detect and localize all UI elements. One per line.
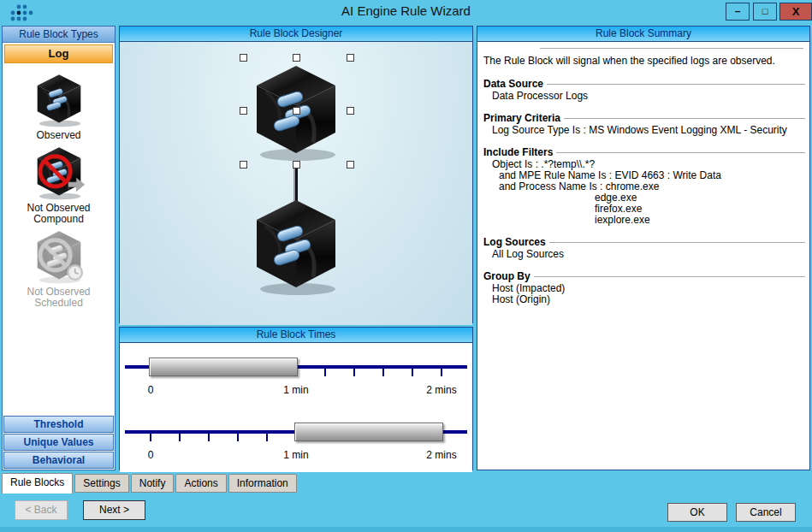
summary-line: edge.exe	[483, 192, 805, 204]
tab-rule-blocks[interactable]: Rule Blocks	[2, 473, 73, 494]
category-button-behavioral[interactable]: Behavioral	[3, 452, 114, 469]
back-button: < Back	[15, 500, 68, 520]
summary-section-divider	[564, 118, 805, 119]
summary-section-primary-criteria: Primary CriteriaLog Source Type Is : MS …	[483, 112, 805, 136]
slider-axis-label: 0	[148, 449, 154, 461]
time-range-bar[interactable]	[294, 423, 443, 441]
time-slider-rule-block-1-time: 01 min2 mins	[120, 358, 472, 402]
rule-block-times-panel: Rule Block Times 01 min2 mins01 min2 min…	[119, 327, 473, 470]
tab-actions[interactable]: Actions	[175, 474, 226, 493]
time-slider-rule-block-2-time: 01 min2 mins	[120, 423, 472, 467]
time-range-bar[interactable]	[149, 358, 298, 376]
rule-block-type-label: Not Observed Compound	[8, 203, 110, 225]
summary-line: Data Processor Logs	[483, 91, 805, 102]
summary-section-divider	[549, 242, 805, 243]
summary-line: All Log Sources	[483, 249, 805, 260]
slider-tick	[441, 367, 442, 376]
scheduled-cube-icon	[31, 228, 87, 285]
rule-block-designer-header: Rule Block Designer	[120, 27, 472, 42]
rule-block-type-not-observed-compound[interactable]: Not Observed Compound	[8, 145, 110, 225]
selection-handle[interactable]	[293, 107, 300, 115]
rule-block-types-header: Rule Block Types	[3, 27, 115, 43]
summary-section-title: Include Filters	[483, 146, 553, 158]
summary-line: iexplore.exe	[483, 215, 805, 226]
summary-section-log-sources: Log SourcesAll Log Sources	[483, 236, 805, 260]
summary-section-data-source: Data SourceData Processor Logs	[483, 78, 805, 102]
slider-tick	[179, 432, 181, 441]
summary-section-divider	[547, 84, 805, 85]
category-button-threshold[interactable]: Threshold	[3, 416, 114, 433]
summary-section-title: Group By	[483, 270, 530, 282]
rule-block-summary-panel: Rule Block Summary The Rule Block will s…	[477, 26, 810, 470]
summary-section-title: Log Sources	[483, 236, 546, 248]
tab-settings[interactable]: Settings	[74, 474, 128, 493]
rule-block-times-body: 01 min2 mins01 min2 mins	[120, 343, 472, 472]
summary-line: Log Source Type Is : MS Windows Event Lo…	[483, 125, 805, 136]
wizard-tabstrip: Rule BlocksSettingsNotifyActionsInformat…	[2, 472, 299, 494]
summary-section-title: Data Source	[483, 78, 543, 90]
rule-block-types-panel: Rule Block Types Log ObservedNot Observe…	[2, 26, 116, 470]
slider-tick	[382, 367, 384, 376]
slider-tick	[353, 367, 355, 376]
cancel-button[interactable]: Cancel	[736, 503, 796, 522]
summary-section-include-filters: Include FiltersObject Is : .*?temp\\.*?a…	[483, 146, 805, 226]
observed-cube-icon	[31, 72, 87, 128]
next-button[interactable]: Next >	[83, 500, 145, 520]
slider-axis-label: 0	[148, 384, 154, 396]
ai-engine-rule-wizard-window: AI Engine Rule Wizard – □ X Rule Block T…	[0, 0, 812, 532]
summary-line: Host (Origin)	[483, 294, 805, 305]
close-button[interactable]: X	[779, 3, 812, 21]
summary-intro-text: The Rule Block will signal when the spec…	[483, 56, 805, 67]
rule-block-summary-body: The Rule Block will signal when the spec…	[477, 42, 809, 316]
slider-tick	[412, 367, 413, 376]
category-tab-log[interactable]: Log	[4, 44, 113, 63]
slider-tick	[324, 367, 326, 376]
selection-handle[interactable]	[347, 107, 354, 115]
tab-information[interactable]: Information	[228, 474, 297, 493]
titlebar: AI Engine Rule Wizard – □ X	[0, 0, 812, 24]
selection-handle[interactable]	[347, 161, 354, 168]
selection-handle[interactable]	[347, 54, 354, 62]
slider-tick	[208, 432, 210, 441]
tab-notify[interactable]: Notify	[131, 474, 175, 493]
rule-block-type-list: ObservedNot Observed CompoundNot Observe…	[3, 65, 115, 415]
minimize-button[interactable]: –	[726, 3, 750, 21]
slider-axis-label: 2 mins	[426, 449, 456, 461]
rule-block-type-label: Not Observed Scheduled	[8, 287, 110, 309]
summary-section-title: Primary Criteria	[483, 112, 560, 124]
rule-block-summary-header: Rule Block Summary	[477, 27, 809, 42]
summary-section-divider	[556, 152, 805, 153]
summary-section-divider	[534, 276, 805, 277]
maximize-button[interactable]: □	[753, 3, 777, 21]
summary-sections: Data SourceData Processor LogsPrimary Cr…	[483, 78, 805, 305]
rule-block-type-not-observed-scheduled: Not Observed Scheduled	[8, 228, 110, 309]
designer-canvas[interactable]	[120, 42, 472, 325]
summary-line: and Process Name Is : chrome.exe	[483, 181, 805, 192]
ok-button[interactable]: OK	[667, 503, 727, 522]
slider-tick	[237, 432, 239, 441]
rule-block-category-buttons: ThresholdUnique ValuesBehavioral	[3, 415, 115, 470]
slider-tick	[150, 432, 151, 441]
rule-block-type-label: Observed	[36, 130, 80, 141]
rule-block-cube-2[interactable]	[245, 195, 347, 298]
slider-axis-label: 2 mins	[426, 384, 456, 396]
rule-block-type-observed[interactable]: Observed	[31, 72, 87, 141]
category-button-unique-values[interactable]: Unique Values	[3, 434, 114, 451]
rule-block-times-header: Rule Block Times	[120, 328, 472, 343]
summary-top-divider	[540, 48, 803, 49]
slider-axis-label: 1 min	[283, 449, 308, 461]
rule-block-designer-panel: Rule Block Designer	[119, 26, 473, 323]
slider-tick	[266, 432, 268, 441]
summary-section-group-by: Group ByHost (Impacted)Host (Origin)	[483, 270, 805, 305]
not-observed-cube-icon	[31, 145, 87, 201]
window-title: AI Engine Rule Wizard	[0, 3, 812, 18]
slider-axis-label: 1 min	[283, 384, 308, 396]
